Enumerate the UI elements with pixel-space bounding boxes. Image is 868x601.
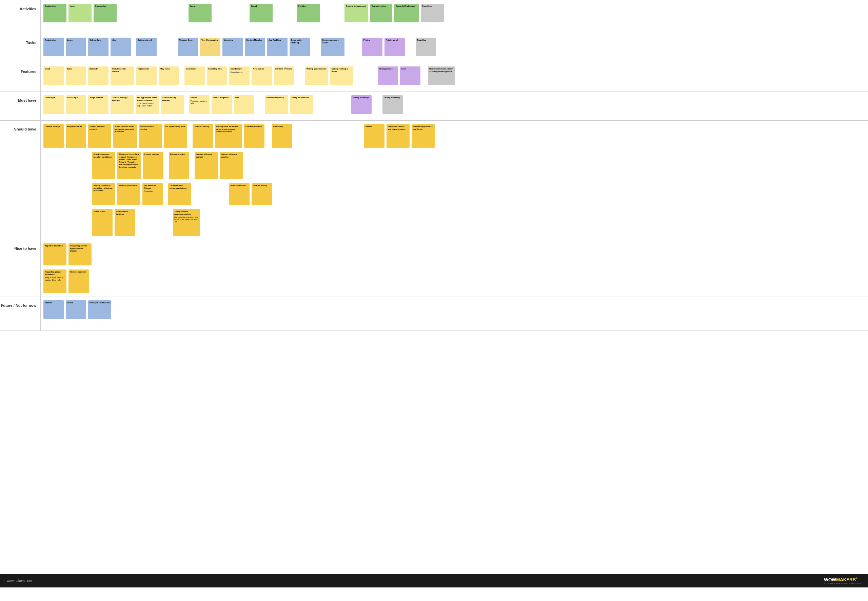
list-item[interactable]: Shared example content xyxy=(88,124,111,148)
list-item[interactable]: Moderating products and forms xyxy=(412,124,435,148)
list-item[interactable]: Possible content location conditions xyxy=(92,152,115,179)
list-item[interactable]: Content summary - Guide xyxy=(321,38,345,56)
list-item[interactable]: Pricing xyxy=(362,38,383,56)
row-content-features: Email Email Date Edit Module section but… xyxy=(41,63,868,92)
list-item[interactable]: Primary frequency xyxy=(265,95,288,114)
list-item[interactable]: Test Workpadding xyxy=(200,38,220,56)
list-item[interactable]: Content settings xyxy=(43,124,64,148)
row-nice-to-have: Nice to have App User invitation Integra… xyxy=(0,240,868,297)
list-item[interactable]: Module section buttons xyxy=(111,66,134,85)
list-item[interactable]: Email xyxy=(66,66,86,85)
list-item[interactable]: Admin panel xyxy=(384,38,405,56)
row-activities: Activities Registration Login Onboarding… xyxy=(0,0,868,34)
list-item[interactable]: I'm a game they think xyxy=(164,124,187,148)
list-item[interactable]: Registration xyxy=(43,38,64,56)
grid-table: Activities Registration Login Onboarding… xyxy=(0,0,868,574)
list-item[interactable]: Writing good content xyxy=(305,66,328,85)
row-label-must-have: Must have xyxy=(0,92,41,121)
list-item[interactable]: Rewards/Challenges xyxy=(394,4,419,22)
list-item[interactable]: Some action xyxy=(92,209,113,236)
list-item[interactable]: Integrated results and improvements xyxy=(386,124,410,148)
list-item[interactable]: Content sorting / Filtering xyxy=(111,95,134,114)
list-item[interactable]: Tag Rewards ThemesThe system xyxy=(142,183,163,205)
list-item[interactable]: Redirection: Conn. Other - Colleague Man… xyxy=(428,66,455,85)
brand-sub: HUMAN EXPERIENCE DESIGN xyxy=(824,582,861,584)
list-item[interactable]: Content Listing xyxy=(370,4,392,22)
list-item[interactable]: Registration xyxy=(136,66,157,85)
list-item[interactable]: Revise xyxy=(364,124,384,148)
list-item[interactable]: Pricing summary xyxy=(351,95,372,114)
list-item[interactable]: Content - Primary xyxy=(274,66,294,85)
list-item[interactable]: Judge content xyxy=(88,95,108,114)
list-item[interactable]: Notifications Profiling xyxy=(114,209,135,236)
row-content-nice-to-have: App User invitation Integrating Stories … xyxy=(41,240,868,297)
list-item[interactable]: Allow user to confirm request - Instance… xyxy=(117,152,141,179)
list-item[interactable]: Onboarding xyxy=(88,38,108,56)
list-item[interactable]: Idea xyxy=(111,38,131,56)
list-item[interactable]: Lesson updates xyxy=(143,152,163,179)
list-item[interactable]: Getting started xyxy=(136,38,157,56)
row-label-tasks: Tasks xyxy=(0,34,41,63)
list-item[interactable]: Play video xyxy=(159,66,179,85)
list-item[interactable]: Making content to activities - offerings… xyxy=(92,183,115,205)
list-item[interactable]: Travel Log xyxy=(421,4,444,22)
list-item[interactable]: Content quality / Filtering xyxy=(161,95,184,114)
row-tasks: Tasks Registration Login Onboarding Idea… xyxy=(0,34,868,63)
list-item[interactable]: App Profiling xyxy=(267,38,288,56)
list-item[interactable]: Introduction to service xyxy=(139,124,162,148)
list-item[interactable]: Content training xyxy=(192,124,213,148)
list-item[interactable]: Info xyxy=(234,95,254,114)
list-item[interactable]: Regarding group invitationsAbility to sh… xyxy=(43,270,66,293)
list-item[interactable]: Date Edit xyxy=(88,66,108,85)
list-item[interactable]: Being on mistakes xyxy=(290,95,313,114)
list-item[interactable]: Idea / Categories xyxy=(212,95,232,114)
list-item[interactable]: Interact with your product xyxy=(220,152,243,179)
list-item[interactable]: Mentors account xyxy=(69,270,89,293)
list-item[interactable]: Content Modules xyxy=(245,38,265,56)
list-item[interactable]: Mentoring xyxy=(223,38,243,56)
list-item[interactable]: Timely content recommendationsMaintained… xyxy=(173,209,200,236)
list-item[interactable]: MentorPeople connections to write xyxy=(189,95,209,114)
list-item[interactable]: Social login xyxy=(66,95,86,114)
list-item[interactable]: App User invitation xyxy=(43,243,66,265)
list-item[interactable]: S & I xyxy=(400,66,420,85)
list-item[interactable]: Timely content recommendations xyxy=(168,183,191,205)
list-item[interactable]: Email login xyxy=(43,95,64,114)
list-item[interactable]: Registration xyxy=(43,4,66,22)
list-item[interactable]: When creation works by another person is… xyxy=(113,124,137,148)
list-item[interactable]: Profiling xyxy=(297,4,320,22)
list-item[interactable]: Pricing details xyxy=(378,66,398,85)
list-item[interactable]: Engine Features xyxy=(66,124,86,148)
list-item[interactable]: New feature xyxy=(252,66,272,85)
list-item[interactable]: Search xyxy=(250,4,273,22)
list-item[interactable]: Scout xyxy=(189,4,212,22)
list-item[interactable]: Installation xyxy=(185,66,205,85)
list-item[interactable]: Reading promotion xyxy=(117,183,140,205)
list-item[interactable]: Pricing Summary xyxy=(383,95,403,114)
list-item[interactable]: Content provided xyxy=(244,124,264,148)
list-item[interactable]: Community Profiling xyxy=(290,38,310,56)
list-item[interactable]: The app for the home screen of deviceSho… xyxy=(136,95,159,114)
list-item[interactable]: Making reading at home xyxy=(330,66,353,85)
list-item[interactable]: Interact with your content xyxy=(195,152,218,179)
list-item[interactable]: Login xyxy=(66,38,86,56)
list-item[interactable]: Points xyxy=(66,300,86,319)
row-label-activities: Activities xyxy=(0,0,41,34)
list-item[interactable]: Notices account xyxy=(229,183,250,205)
list-item[interactable]: Integrating Stories / App invitation pro… xyxy=(69,243,92,265)
list-item[interactable]: Travel log xyxy=(416,38,436,56)
list-item[interactable]: Message Error xyxy=(178,38,198,56)
list-item[interactable]: Notices testing xyxy=(252,183,272,205)
list-item[interactable]: Login xyxy=(69,4,92,22)
list-item[interactable]: Pricing done as it does when a user pass… xyxy=(215,124,242,148)
list-item[interactable]: New featurePeople features xyxy=(229,66,250,85)
list-item[interactable]: Info using xyxy=(272,124,292,148)
list-item[interactable]: Mission xyxy=(43,300,64,319)
row-content-activities: Registration Login Onboarding Scout Sear… xyxy=(41,0,868,34)
list-item[interactable]: Onboarding xyxy=(94,4,117,22)
list-item[interactable]: Content Management xyxy=(345,4,368,22)
list-item[interactable]: Email xyxy=(43,66,64,85)
list-item[interactable]: Coaching time xyxy=(207,66,227,85)
list-item[interactable]: Earning training xyxy=(169,152,189,179)
list-item[interactable]: Privacy & Permission xyxy=(88,300,111,319)
